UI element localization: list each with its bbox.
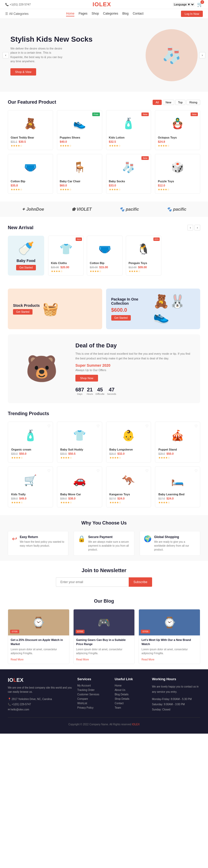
language-select[interactable]: Language ▼ EN FR bbox=[173, 3, 195, 6]
product-image: 🪑 bbox=[60, 157, 99, 178]
hero-headline: Stylish Kids New Socks bbox=[10, 35, 93, 44]
arrival-badge: 20% bbox=[153, 238, 160, 241]
nav-contact[interactable]: Contact bbox=[133, 11, 143, 17]
brand-pacific1: 🐾 pacific bbox=[119, 207, 139, 212]
promo-image: 🧺 bbox=[42, 301, 59, 316]
footer-phone: 📞 +1(01) 229-5747 bbox=[8, 702, 72, 707]
newsletter-subscribe-button[interactable]: Subscribe bbox=[129, 577, 152, 587]
nav-home[interactable]: Home bbox=[66, 11, 74, 17]
footer-link[interactable]: Privacy Policy bbox=[77, 706, 109, 709]
deal-title: Deal of the Day bbox=[75, 342, 193, 349]
blog-card: 🎮 07/05 Gaming Gears Can Buy in a Suitab… bbox=[73, 609, 135, 664]
footer-link[interactable]: Shop Details bbox=[115, 698, 147, 700]
blog-image: 🎮 07/05 bbox=[74, 610, 135, 636]
product-image: 🩲 bbox=[90, 239, 119, 259]
footer-link[interactable]: Team bbox=[115, 706, 147, 709]
deal-super-summer: Super Summer 2020 bbox=[75, 363, 193, 368]
arrival-card: 20% 🐧 Penguin Toys $12.00 $09.00 ★★★★☆ bbox=[126, 236, 162, 276]
blog-section: Our Blog ⌚ 07/05 Get a 25% Discount on A… bbox=[0, 593, 208, 669]
product-image: 👕 bbox=[51, 239, 81, 259]
footer-link[interactable]: Blog Details bbox=[115, 693, 147, 696]
new-arrival-prev[interactable]: ‹ bbox=[187, 225, 193, 230]
nav-blog[interactable]: Blog bbox=[122, 11, 129, 17]
cart-icon[interactable]: 🛒 2 bbox=[197, 2, 203, 7]
blog-grid: ⌚ 07/05 Get a 25% Discount on Apple Watc… bbox=[8, 609, 200, 664]
new-arrival-next[interactable]: › bbox=[195, 225, 200, 230]
footer-contact: 📍 2917 Yorkshire Drive, NC, Carolina 📞 +… bbox=[8, 696, 72, 712]
hero-arrow-left[interactable]: ‹ bbox=[3, 52, 9, 58]
product-stars: ★★★★☆ bbox=[129, 270, 159, 273]
nav-pages[interactable]: Pages bbox=[78, 11, 88, 17]
nav-categories[interactable]: Categories bbox=[103, 11, 118, 17]
footer-hours-desc: We are lovely happy you to contact us in… bbox=[152, 684, 200, 694]
product-card: 🧸 Giant Teddy Bear $31.1 $30.5 ★★★★☆ bbox=[8, 110, 53, 150]
hero-description: We deliver the desire shoes to the desir… bbox=[10, 46, 62, 64]
footer-hours-title: Working Hours bbox=[152, 677, 200, 681]
read-more-link[interactable]: Read More bbox=[76, 658, 89, 661]
product-price: $17.0 $24.0 bbox=[158, 497, 197, 500]
footer-link[interactable]: WishList bbox=[77, 702, 109, 705]
wishlist-icon[interactable]: ♡ bbox=[145, 469, 149, 473]
footer-link[interactable]: My Account bbox=[77, 684, 109, 687]
trending-card: ♡ 🚗 Baby Move Car $38.0 $38.0 ★★★★☆ bbox=[57, 466, 102, 507]
logo[interactable]: IOLEX bbox=[93, 1, 111, 8]
read-more-link[interactable]: Read More bbox=[11, 658, 24, 661]
footer-link[interactable]: Home bbox=[115, 684, 147, 687]
product-stars: ★★★★☆ bbox=[11, 501, 50, 504]
wishlist-icon[interactable]: ♡ bbox=[97, 469, 100, 473]
filter-top[interactable]: Top bbox=[175, 100, 186, 105]
wishlist-icon[interactable]: ♡ bbox=[47, 424, 51, 428]
trending-card: ♡ 🛒 Kids Trally $38.0 $49.0 ★★★★☆ bbox=[8, 466, 53, 507]
deal-text: Deal of the Day This is one of the best … bbox=[75, 342, 193, 395]
promo-cta-button[interactable]: Get Started bbox=[111, 315, 131, 320]
trending-card: ♡ 🛏️ Baby Learning Bed $17.0 $24.0 ★★★★☆ bbox=[155, 466, 200, 507]
footer-link[interactable]: Compare bbox=[77, 698, 109, 700]
why-reason-desc: We have the best policy you wanted to ea… bbox=[20, 540, 64, 548]
all-categories[interactable]: ☰ All Categories bbox=[5, 12, 29, 16]
hero-cta-button[interactable]: Shop & View bbox=[10, 68, 36, 75]
product-card: New 🧦 Baby Socks $33.0 ★★★★☆ bbox=[106, 154, 151, 194]
footer-services: Services My Account Tracking Order Custo… bbox=[77, 677, 109, 712]
wishlist-icon[interactable]: ♡ bbox=[97, 424, 100, 428]
product-name: Kids Cloths bbox=[51, 261, 81, 265]
blog-post-title: Let's Meet Up With Our a New Brand Watch bbox=[141, 638, 197, 646]
filter-all[interactable]: All bbox=[152, 100, 162, 105]
footer-about: IOLEX We are one of the best company sit… bbox=[8, 677, 72, 712]
wishlist-icon[interactable]: ♡ bbox=[195, 424, 198, 428]
blog-content: Let's Meet Up With Our a New Brand Watch… bbox=[139, 636, 200, 664]
footer-link[interactable]: About Us bbox=[115, 688, 147, 691]
get-started-button[interactable]: Get Started bbox=[16, 265, 36, 270]
blog-card: ⌚ 07/05 Get a 25% Discount on Apple Watc… bbox=[8, 609, 69, 664]
footer-address: 📍 2917 Yorkshire Drive, NC, Carolina bbox=[8, 696, 72, 702]
filter-new[interactable]: New bbox=[163, 100, 174, 105]
wishlist-icon[interactable]: ♡ bbox=[47, 469, 51, 473]
filter-rising[interactable]: Rising bbox=[186, 100, 200, 105]
new-arrival-title: New Arrival bbox=[8, 225, 33, 230]
wishlist-icon[interactable]: ♡ bbox=[145, 424, 149, 428]
footer-useful-title: Useful Link bbox=[115, 677, 147, 681]
footer-grid: IOLEX We are one of the best company sit… bbox=[8, 677, 200, 712]
product-image: 🛒 bbox=[11, 470, 50, 491]
phone-number: 📞 +1(01) 229 5747 bbox=[5, 3, 31, 6]
product-price: $20.00 $15.00 bbox=[90, 266, 119, 269]
wishlist-icon[interactable]: ♡ bbox=[195, 469, 198, 473]
product-price: $12.0 bbox=[158, 184, 197, 187]
nav-shop[interactable]: Shop bbox=[92, 11, 99, 17]
footer-link[interactable]: Contact bbox=[115, 702, 147, 705]
footer-link[interactable]: Customer Services bbox=[77, 693, 109, 696]
product-name: Baby Car Chair bbox=[60, 180, 99, 183]
trending-card: ♡ 👕 Baby Suit Huddy $30.5 $50.5 ★★★★☆ bbox=[57, 422, 102, 463]
promo-cta-button[interactable]: Get Started bbox=[13, 309, 33, 315]
arrival-products: 👕 New Kids Cloths $20.00 $20.00 ★★★★☆ 🩲 … bbox=[48, 236, 200, 276]
blog-post-title: Get a 25% Discount on Apple Watch in Mar… bbox=[11, 638, 67, 646]
promo-text: Package In One Collection $600.0 Get Sta… bbox=[111, 297, 151, 320]
product-price: $16.0 $32.0 bbox=[109, 452, 148, 455]
footer-link[interactable]: IOLEX bbox=[132, 723, 140, 726]
read-more-link[interactable]: Read More bbox=[141, 658, 154, 661]
newsletter-email-input[interactable] bbox=[56, 577, 129, 587]
brand-johndoe: ✦ JohnDoe bbox=[22, 207, 44, 212]
hero-arrow-right[interactable]: › bbox=[199, 52, 205, 58]
footer-link[interactable]: Tracking Order bbox=[77, 688, 109, 691]
deal-shop-button[interactable]: Shop Now bbox=[75, 375, 98, 381]
login-button[interactable]: Log In Now bbox=[181, 11, 203, 17]
